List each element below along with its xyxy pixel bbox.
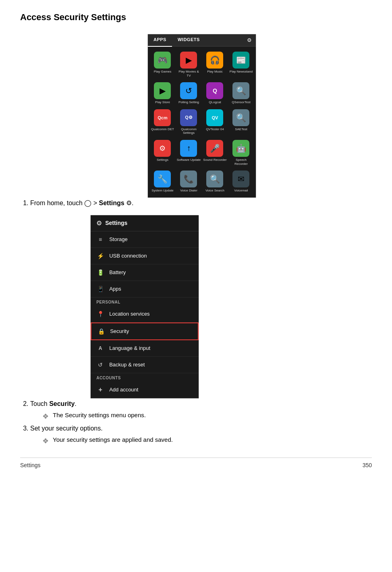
settings-screen-header: ⚙ Settings xyxy=(91,215,199,231)
apps-grid: 🎮 Play Games ▶ Play Movies & TV 🎧 Play M… xyxy=(148,47,256,198)
settings-item-battery-label: Battery xyxy=(109,269,126,275)
bullet-security-opens: ❖ The Security settings menu opens. xyxy=(42,412,372,421)
app-play-music: 🎧 Play Music xyxy=(202,49,228,80)
settings-item-add-account[interactable]: + Add account xyxy=(91,382,199,398)
app-label-sound-recorder: Sound Recorder xyxy=(203,158,226,162)
app-icon-settings: ⚙ xyxy=(154,140,171,157)
app-saetest: 🔍 SAETest xyxy=(228,107,254,137)
app-play-movies: ▶ Play Movies & TV xyxy=(176,49,202,80)
page-title: Access Security Settings xyxy=(20,12,372,23)
app-icon-saetest: 🔍 xyxy=(232,109,249,126)
step3-text: Set your security options. xyxy=(30,425,103,432)
app-icon-play-movies: ▶ xyxy=(180,52,197,69)
settings-item-add-account-label: Add account xyxy=(109,387,138,393)
app-label-play-newsstand: Play Newsstand xyxy=(230,70,253,74)
app-qvtester: QV QVTester 04 xyxy=(202,107,228,137)
add-account-icon: + xyxy=(96,386,104,394)
app-play-store: ▶ Play Store xyxy=(149,80,176,107)
app-voice-dialer: 📞 Voice Dialer xyxy=(176,168,202,195)
footer-right: 350 xyxy=(363,462,372,468)
app-icon-voicemail: ✉ xyxy=(232,171,249,187)
settings-item-backup-label: Backup & reset xyxy=(109,362,145,368)
app-system-update: 🔧 System Update xyxy=(149,168,176,195)
bullet-settings-saved-text: Your security settings are applied and s… xyxy=(53,436,173,443)
app-icon-qualcomm-det: Qcm xyxy=(154,109,171,126)
settings-item-apps[interactable]: 📱 Apps xyxy=(91,281,199,297)
app-label-system-update: System Update xyxy=(151,189,174,193)
app-qlogcat: Q QLogcat xyxy=(202,80,228,107)
app-label-play-store: Play Store xyxy=(155,100,170,104)
app-label-qvtester: QVTester 04 xyxy=(206,127,224,131)
app-label-voicemail: Voicemail xyxy=(234,189,248,193)
backup-icon: ↺ xyxy=(96,361,104,369)
app-label-polling: Polling Setting xyxy=(178,100,199,104)
settings-item-usb[interactable]: ⚡ USB connection xyxy=(91,248,199,264)
app-icon-voice-search: 🔍 xyxy=(206,171,223,187)
app-label-play-games: Play Games xyxy=(154,70,172,74)
settings-icon-top: ⚙ xyxy=(243,34,256,46)
settings-items-list: ≡ Storage ⚡ USB connection 🔋 Battery 📱 A… xyxy=(91,231,199,398)
app-label-speech-recorder: Speech Recorder xyxy=(229,158,253,166)
app-icon-qualcomm-settings: Q⚙ xyxy=(180,109,197,126)
settings-header-label: Settings xyxy=(105,220,127,226)
app-voice-search: 🔍 Voice Search xyxy=(202,168,228,195)
app-sound-recorder: 🎤 Sound Recorder xyxy=(202,137,228,168)
app-qsensortest: 🔍 QSensorTest xyxy=(228,80,254,107)
settings-item-location[interactable]: 📍 Location services xyxy=(91,306,199,322)
bullet-settings-saved: ❖ Your security settings are applied and… xyxy=(42,436,372,445)
app-play-newsstand: 📰 Play Newsstand xyxy=(228,49,254,80)
settings-item-security[interactable]: 🔒 Security xyxy=(91,322,199,340)
app-software-update: ↑ Software Update xyxy=(176,137,202,168)
app-speech-recorder: 🤖 Speech Recorder xyxy=(228,137,254,168)
language-icon: A xyxy=(96,344,104,352)
app-label-settings: Settings xyxy=(157,158,168,162)
app-label-qualcomm-settings: Qualcomm Settings xyxy=(176,127,201,135)
settings-item-battery[interactable]: 🔋 Battery xyxy=(91,264,199,281)
app-label-saetest: SAETest xyxy=(235,127,247,131)
app-settings: ⚙ Settings xyxy=(149,137,176,168)
app-icon-play-newsstand: 📰 xyxy=(232,52,249,69)
bullet-diamond-icon: ❖ xyxy=(42,412,49,421)
app-voicemail: ✉ Voicemail xyxy=(228,168,254,195)
app-qualcomm-det: Qcm Qualcomm DET xyxy=(149,107,176,137)
settings-item-apps-label: Apps xyxy=(109,286,121,292)
app-icon-sound-recorder: 🎤 xyxy=(206,140,223,157)
bullet-diamond-icon-2: ❖ xyxy=(42,437,49,445)
app-label-qualcomm-det: Qualcomm DET xyxy=(151,127,174,131)
app-label-play-music: Play Music xyxy=(207,70,223,74)
section-accounts: ACCOUNTS xyxy=(91,373,199,382)
app-label-qlogcat: QLogcat xyxy=(209,100,221,104)
apps-icon: 📱 xyxy=(96,285,104,293)
app-icon-qvtester: QV xyxy=(206,109,223,126)
app-icon-qlogcat: Q xyxy=(206,82,223,99)
settings-item-storage[interactable]: ≡ Storage xyxy=(91,231,199,248)
app-icon-qsensortest: 🔍 xyxy=(232,82,249,99)
page-footer: Settings 350 xyxy=(20,458,372,468)
app-play-games: 🎮 Play Games xyxy=(149,49,176,80)
settings-item-location-label: Location services xyxy=(109,311,149,317)
settings-item-backup[interactable]: ↺ Backup & reset xyxy=(91,357,199,373)
app-label-voice-search: Voice Search xyxy=(205,189,224,193)
step1-text: From home, touch ◯ > Settings ⚙. xyxy=(30,200,135,206)
settings-item-language[interactable]: A Language & input xyxy=(91,340,199,357)
tab-widgets: WIDGETS xyxy=(172,34,205,46)
settings-gear-icon: ⚙ xyxy=(96,219,102,227)
settings-item-usb-label: USB connection xyxy=(109,253,147,259)
usb-icon: ⚡ xyxy=(96,252,104,260)
screenshot-settings-list: ⚙ Settings ≡ Storage ⚡ USB connection 🔋 … xyxy=(90,215,199,399)
footer-left: Settings xyxy=(20,462,41,468)
app-label-voice-dialer: Voice Dialer xyxy=(180,189,197,193)
app-icon-play-store: ▶ xyxy=(154,82,171,99)
section-personal: PERSONAL xyxy=(91,297,199,306)
app-label-qsensortest: QSensorTest xyxy=(232,100,250,104)
screenshot-apps-grid: APPS WIDGETS ⚙ 🎮 Play Games ▶ Play Movie… xyxy=(147,34,256,198)
battery-icon: 🔋 xyxy=(96,268,104,277)
app-icon-software-update: ↑ xyxy=(180,140,197,157)
app-label-play-movies: Play Movies & TV xyxy=(176,70,201,77)
tab-bar: APPS WIDGETS ⚙ xyxy=(148,34,256,47)
app-label-software-update: Software Update xyxy=(177,158,201,162)
bullet-security-opens-text: The Security settings menu opens. xyxy=(53,412,146,418)
tab-apps: APPS xyxy=(148,34,172,47)
app-icon-system-update: 🔧 xyxy=(154,171,171,187)
app-icon-speech-recorder: 🤖 xyxy=(232,140,249,157)
